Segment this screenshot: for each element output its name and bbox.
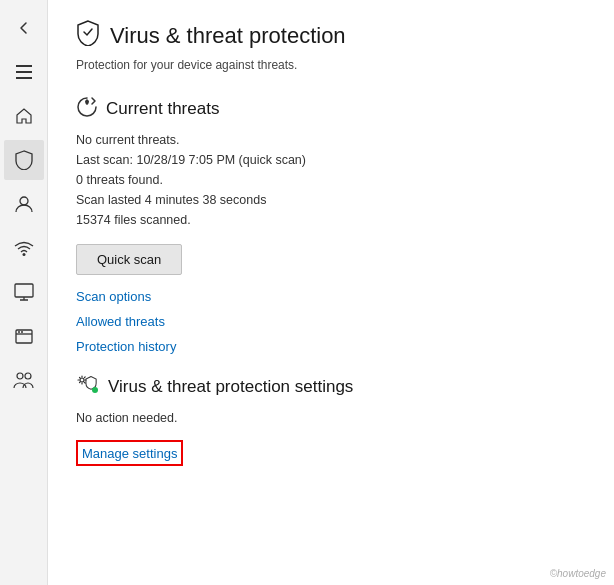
protection-settings-title: Virus & threat protection settings (108, 377, 353, 397)
svg-point-7 (18, 331, 20, 333)
home-icon[interactable] (4, 96, 44, 136)
threat-status-line1: No current threats. (76, 130, 586, 150)
svg-point-8 (21, 331, 23, 333)
threat-status-line5: 15374 files scanned. (76, 210, 586, 230)
svg-rect-5 (15, 284, 33, 297)
manage-settings-link[interactable]: Manage settings (82, 446, 177, 461)
main-content: Virus & threat protection Protection for… (48, 0, 614, 585)
device-icon[interactable] (4, 272, 44, 312)
family-icon[interactable] (4, 360, 44, 400)
protection-settings-header: Virus & threat protection settings (76, 374, 586, 400)
account-icon[interactable] (4, 184, 44, 224)
gear-shield-icon (76, 374, 100, 400)
current-threats-body: No current threats. Last scan: 10/28/19 … (76, 130, 586, 230)
browser-icon[interactable] (4, 316, 44, 356)
svg-rect-2 (16, 77, 32, 79)
watermark: ©howtoedge (550, 568, 606, 579)
protection-history-link[interactable]: Protection history (76, 339, 586, 354)
network-icon[interactable] (4, 228, 44, 268)
scan-options-link[interactable]: Scan options (76, 289, 586, 304)
current-threats-section: Current threats No current threats. Last… (76, 96, 586, 354)
virus-protection-icon (76, 20, 100, 52)
current-threats-header: Current threats (76, 96, 586, 122)
back-icon[interactable] (4, 8, 44, 48)
current-threats-icon (76, 96, 98, 122)
svg-rect-1 (16, 71, 32, 73)
menu-icon[interactable] (4, 52, 44, 92)
threat-status-line3: 0 threats found. (76, 170, 586, 190)
quick-scan-button[interactable]: Quick scan (76, 244, 182, 275)
current-threats-title: Current threats (106, 99, 219, 119)
svg-point-4 (22, 253, 25, 256)
sidebar (0, 0, 48, 585)
protection-status-line1: No action needed. (76, 408, 586, 428)
svg-point-9 (17, 373, 23, 379)
page-header: Virus & threat protection (76, 20, 586, 52)
svg-point-12 (92, 387, 98, 393)
page-title: Virus & threat protection (110, 23, 346, 49)
threat-status-line2: Last scan: 10/28/19 7:05 PM (quick scan) (76, 150, 586, 170)
threat-links: Scan options Allowed threats Protection … (76, 289, 586, 354)
protection-settings-section: Virus & threat protection settings No ac… (76, 374, 586, 466)
svg-rect-0 (16, 65, 32, 67)
svg-point-10 (25, 373, 31, 379)
manage-settings-highlight: Manage settings (76, 440, 183, 466)
protection-settings-body: No action needed. (76, 408, 586, 428)
shield-nav-icon[interactable] (4, 140, 44, 180)
page-subtitle: Protection for your device against threa… (76, 58, 586, 72)
svg-point-3 (20, 197, 28, 205)
threat-status-line4: Scan lasted 4 minutes 38 seconds (76, 190, 586, 210)
allowed-threats-link[interactable]: Allowed threats (76, 314, 586, 329)
